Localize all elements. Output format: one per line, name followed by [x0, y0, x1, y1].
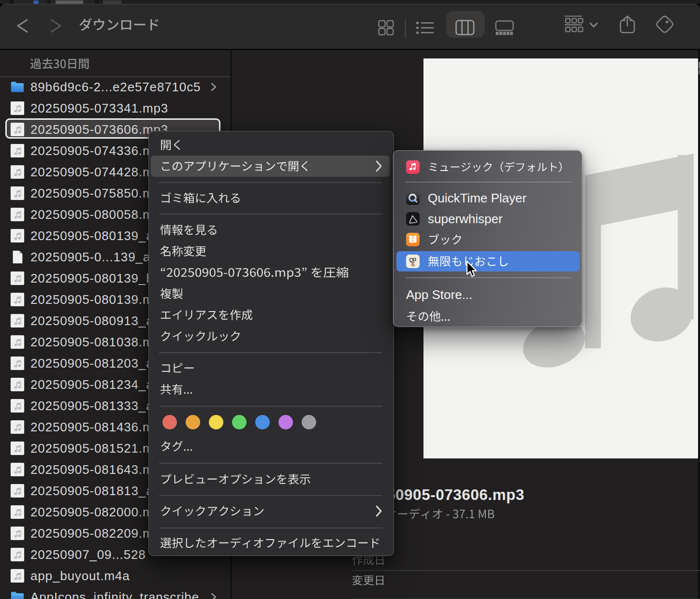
svg-text:moji: moji [411, 264, 415, 267]
